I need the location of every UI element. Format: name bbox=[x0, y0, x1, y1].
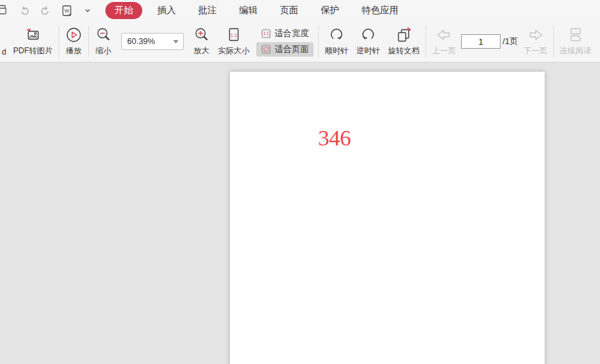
zoom-in-button[interactable]: 放大 bbox=[189, 21, 214, 62]
rotate-counterclockwise-button[interactable]: 逆时针 bbox=[352, 21, 384, 62]
zoom-in-icon bbox=[193, 26, 210, 43]
rotate-document-button[interactable]: 旋转文档 bbox=[384, 21, 423, 62]
tab-page[interactable]: 页面 bbox=[273, 2, 306, 19]
toolbar: d PDF转图片 播放 bbox=[0, 21, 600, 63]
pdf-to-image-button[interactable]: PDF转图片 bbox=[9, 21, 57, 62]
pdf-page[interactable]: 346 bbox=[230, 72, 545, 364]
fit-width-button[interactable]: 适合宽度 bbox=[256, 26, 314, 41]
actual-size-icon: 1:1 bbox=[225, 26, 242, 43]
zoom-out-button[interactable]: 缩小 bbox=[91, 21, 116, 62]
redo-icon[interactable] bbox=[38, 3, 53, 18]
next-page-arrow-icon bbox=[526, 26, 545, 43]
fit-page-label: 适合页面 bbox=[275, 43, 309, 55]
zoom-in-label: 放大 bbox=[194, 45, 209, 57]
continuous-reading-icon bbox=[567, 26, 584, 43]
page-content-text: 346 bbox=[318, 126, 351, 151]
play-button[interactable]: 播放 bbox=[61, 21, 86, 62]
previous-page-button[interactable]: 上一页 bbox=[428, 21, 460, 62]
pdf-to-image-label: PDF转图片 bbox=[13, 45, 53, 57]
play-icon bbox=[65, 26, 82, 43]
actual-size-label: 实际大小 bbox=[218, 45, 250, 57]
menu-tabs: 开始 插入 批注 编辑 页面 保护 特色应用 bbox=[101, 2, 410, 19]
rotate-clockwise-button[interactable]: 顺时针 bbox=[321, 21, 352, 62]
fit-width-icon bbox=[261, 28, 271, 39]
rotate-counterclockwise-icon bbox=[360, 26, 377, 43]
zoom-level-combobox[interactable]: 60.39% bbox=[121, 33, 184, 50]
one-to-one-glyph: 1:1 bbox=[231, 32, 237, 38]
pdf-to-word-label-partial: d bbox=[2, 47, 7, 57]
fit-page-button[interactable]: 适合页面 bbox=[256, 42, 314, 57]
tab-edit[interactable]: 编辑 bbox=[232, 2, 265, 19]
export-word-icon[interactable]: W bbox=[59, 3, 74, 18]
next-page-label: 下一页 bbox=[524, 45, 547, 57]
zoom-out-icon bbox=[95, 26, 112, 43]
rotate-counterclockwise-label: 逆时针 bbox=[356, 45, 380, 57]
tab-home[interactable]: 开始 bbox=[105, 2, 142, 19]
tab-special-features[interactable]: 特色应用 bbox=[354, 2, 406, 19]
zoom-out-label: 缩小 bbox=[95, 45, 111, 57]
pdf-to-word-button-clipped[interactable]: d bbox=[0, 21, 9, 62]
rotate-document-icon bbox=[395, 26, 412, 43]
page-number-input[interactable] bbox=[461, 34, 501, 49]
tab-insert[interactable]: 插入 bbox=[150, 2, 183, 19]
rotate-clockwise-icon bbox=[328, 26, 345, 43]
fit-width-label: 适合宽度 bbox=[275, 28, 309, 39]
fit-button-group: 适合宽度 适合页面 bbox=[254, 21, 316, 62]
zoom-level-value: 60.39% bbox=[122, 37, 173, 46]
page-navigation: /1页 bbox=[460, 34, 520, 49]
fit-page-icon bbox=[261, 44, 271, 55]
previous-page-arrow-icon bbox=[434, 26, 454, 43]
play-label: 播放 bbox=[66, 45, 82, 57]
word-glyph: W bbox=[64, 8, 69, 14]
continuous-reading-button[interactable]: 连续阅读 bbox=[556, 21, 595, 62]
toolbar-separator bbox=[59, 26, 59, 57]
tab-protect[interactable]: 保护 bbox=[314, 2, 346, 19]
menu-bar: W 开始 插入 批注 编辑 页面 保护 特色应用 bbox=[0, 0, 600, 21]
tab-comment[interactable]: 批注 bbox=[191, 2, 224, 19]
pdf-to-image-icon bbox=[24, 26, 41, 43]
toolbar-separator bbox=[318, 26, 319, 57]
toolbar-separator bbox=[553, 26, 554, 57]
chevron-down-icon[interactable] bbox=[80, 3, 95, 18]
toolbar-separator bbox=[88, 26, 89, 57]
page-total-label: /1页 bbox=[503, 36, 518, 47]
document-canvas[interactable]: 346 bbox=[0, 63, 600, 364]
rotate-clockwise-label: 顺时针 bbox=[325, 45, 348, 57]
next-page-button[interactable]: 下一页 bbox=[520, 21, 551, 62]
toolbar-separator bbox=[425, 26, 426, 57]
undo-icon[interactable] bbox=[17, 3, 32, 18]
save-icon[interactable] bbox=[0, 3, 11, 18]
combo-caret-icon bbox=[173, 40, 178, 43]
actual-size-button[interactable]: 1:1 实际大小 bbox=[214, 21, 254, 62]
continuous-reading-label: 连续阅读 bbox=[560, 45, 591, 57]
rotate-document-label: 旋转文档 bbox=[388, 45, 420, 57]
previous-page-label: 上一页 bbox=[432, 45, 456, 57]
quick-access-icons: W bbox=[0, 3, 95, 18]
